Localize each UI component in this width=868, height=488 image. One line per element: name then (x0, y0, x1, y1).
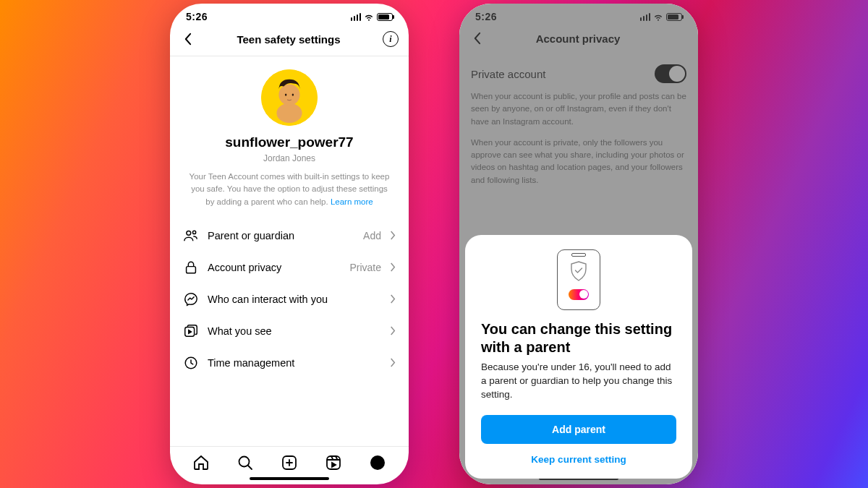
chevron-right-icon (390, 294, 396, 304)
bottom-nav (170, 446, 409, 474)
info-icon[interactable]: i (383, 31, 399, 47)
nav-profile[interactable] (369, 454, 386, 471)
menu-label: Parent or guardian (208, 230, 354, 241)
phone-teen-safety: 5:26 Teen safety settings i sunflower_po… (170, 4, 409, 484)
svg-rect-7 (187, 266, 196, 273)
svg-point-3 (285, 94, 287, 96)
status-bar: 5:26 (170, 4, 409, 25)
chevron-right-icon (390, 262, 396, 272)
svg-point-1 (276, 103, 302, 123)
sheet-title: You can change this setting with a paren… (481, 320, 676, 356)
battery-icon (377, 13, 393, 21)
status-icons (351, 12, 393, 22)
menu-interact[interactable]: Who can interact with you (180, 283, 399, 315)
menu-value: Add (363, 230, 381, 241)
page-title: Teen safety settings (237, 33, 340, 46)
menu-time-management[interactable]: Time management (180, 347, 399, 379)
nav-reels[interactable] (325, 454, 342, 471)
svg-point-6 (192, 231, 195, 234)
svg-point-2 (278, 84, 299, 105)
cellular-icon (351, 13, 362, 21)
menu-label: What you see (208, 325, 381, 337)
content: sunflower_power77 Jordan Jones Your Teen… (170, 56, 409, 446)
status-time: 5:26 (186, 11, 208, 22)
sheet-illustration (557, 249, 600, 310)
menu-account-privacy[interactable]: Account privacy Private (180, 252, 399, 283)
gradient-toggle-icon (569, 289, 589, 300)
nav-search[interactable] (237, 454, 254, 471)
settings-menu: Parent or guardian Add Account privacy P… (170, 220, 409, 379)
media-icon (183, 323, 199, 339)
menu-parent-guardian[interactable]: Parent or guardian Add (180, 220, 399, 252)
page-header: Teen safety settings i (170, 25, 409, 56)
svg-rect-12 (327, 456, 340, 469)
username: sunflower_power77 (170, 134, 409, 150)
menu-label: Who can interact with you (208, 294, 381, 305)
avatar[interactable] (261, 69, 318, 126)
keep-setting-button[interactable]: Keep current setting (531, 454, 626, 465)
svg-point-4 (292, 94, 294, 96)
people-icon (183, 228, 199, 244)
account-description: Your Teen Account comes with built-in se… (170, 163, 409, 220)
menu-label: Account privacy (208, 262, 341, 273)
learn-more-link[interactable]: Learn more (331, 197, 373, 206)
chevron-right-icon (390, 358, 396, 367)
clock-icon (183, 355, 199, 371)
menu-value: Private (349, 262, 381, 273)
phone-account-privacy: 5:26 Account privacy Private account Whe… (459, 4, 698, 484)
chevron-right-icon (390, 231, 396, 240)
messenger-icon (183, 291, 199, 307)
wifi-icon (364, 12, 374, 22)
add-parent-button[interactable]: Add parent (481, 415, 676, 444)
nav-home[interactable] (192, 454, 210, 471)
nav-create[interactable] (281, 454, 298, 471)
back-button[interactable] (180, 32, 195, 46)
svg-point-13 (370, 455, 385, 470)
sheet-description: Because you're under 16, you'll need to … (481, 361, 676, 402)
real-name: Jordan Jones (170, 153, 409, 163)
home-indicator[interactable] (250, 477, 329, 480)
lock-icon (183, 260, 199, 275)
menu-label: Time management (208, 357, 381, 369)
bottom-sheet: You can change this setting with a paren… (465, 235, 692, 479)
menu-what-you-see[interactable]: What you see (180, 315, 399, 347)
shield-check-icon (569, 260, 589, 282)
svg-point-5 (187, 231, 191, 235)
chevron-right-icon (390, 326, 396, 335)
